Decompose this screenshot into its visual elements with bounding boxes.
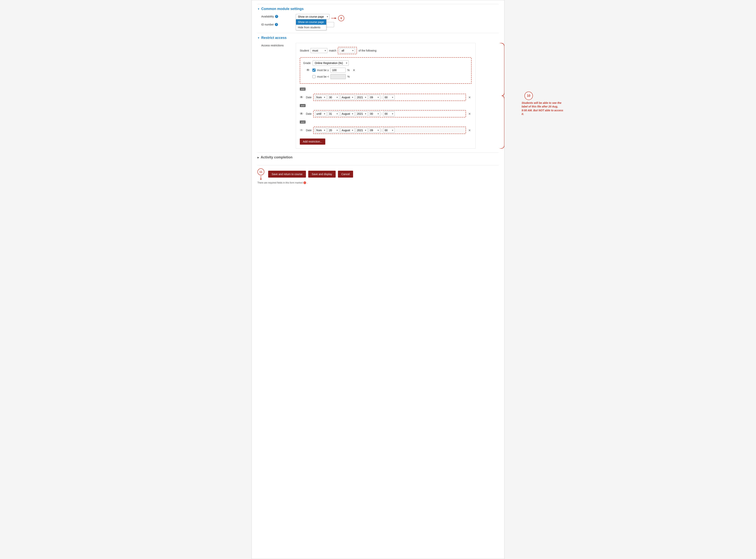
date3-min-select[interactable]: 00: [383, 128, 395, 133]
date1-from-select-wrapper[interactable]: from until: [315, 95, 327, 100]
date3-day-select[interactable]: 20: [328, 128, 339, 133]
availability-select-wrapper[interactable]: Show on course page Hide from students: [296, 14, 329, 19]
date2-day-select[interactable]: 31: [328, 111, 339, 116]
option-hide-from-students[interactable]: Hide from students: [296, 25, 326, 30]
availability-help-icon[interactable]: ?: [275, 15, 278, 18]
student-must-row: Student must must not match: [300, 47, 472, 54]
all-select[interactable]: all any: [340, 48, 355, 53]
date1-dashed: from until 30: [313, 94, 466, 101]
badge-9-wrapper: 9: [331, 15, 344, 21]
access-restrictions-label: Access restrictions: [261, 43, 296, 47]
must-select[interactable]: must must not: [310, 48, 327, 53]
section-restrict-access: ▼ Restrict access Access restrictions St…: [257, 33, 499, 149]
grade-lt-checkbox[interactable]: [312, 75, 316, 78]
must-select-wrapper[interactable]: must must not: [310, 48, 327, 53]
date2-hour-select[interactable]: 00: [369, 111, 380, 116]
save-display-button[interactable]: Save and display: [308, 171, 336, 178]
date1-min-select[interactable]: 00: [383, 95, 395, 100]
date3-month-select-wrapper[interactable]: August: [341, 128, 354, 133]
option-show-on-course[interactable]: Show on course page: [296, 19, 326, 25]
add-restriction-button[interactable]: Add restriction...: [300, 138, 325, 144]
availability-select[interactable]: Show on course page Hide from students: [296, 14, 329, 19]
student-label: Student: [300, 49, 309, 52]
eye-icon-date1[interactable]: 👁: [300, 95, 304, 99]
date3-min-select-wrapper[interactable]: 00: [383, 128, 395, 133]
date1-month-select[interactable]: August: [341, 95, 354, 100]
date3-from-select[interactable]: from until: [315, 128, 327, 133]
and-label-3: and: [300, 120, 305, 124]
date3-dashed: from until 20: [313, 127, 466, 134]
restrictions-container: Student must must not match: [296, 43, 499, 149]
date1-day-select[interactable]: 30: [328, 95, 339, 100]
of-following-label: of the following: [359, 49, 376, 52]
section-common-module: ▼ Common module settings Availability ? …: [257, 4, 499, 27]
brace-svg: [499, 43, 504, 149]
activity-completion-header[interactable]: ▶ Activity completion: [257, 155, 499, 159]
grade-gte-remove-button[interactable]: ✕: [352, 68, 356, 72]
id-number-help-icon[interactable]: ?: [275, 23, 278, 26]
date1-min-select-wrapper[interactable]: 00: [383, 95, 395, 100]
date2-remove-button[interactable]: ✕: [468, 112, 472, 116]
date3-day-select-wrapper[interactable]: 20: [328, 128, 339, 133]
date2-month-select[interactable]: August: [341, 111, 354, 116]
grade-gte-checkbox[interactable]: [312, 69, 316, 72]
date1-hour-select-wrapper[interactable]: 09: [369, 95, 380, 100]
eye-icon-date3-hidden[interactable]: 👁⁻: [300, 128, 304, 132]
common-module-header[interactable]: ▼ Common module settings: [257, 7, 499, 11]
date1-month-select-wrapper[interactable]: August: [341, 95, 354, 100]
date3-month-select[interactable]: August: [341, 128, 354, 133]
grade-row: Grade Online Registration (9x) Course Gr…: [303, 60, 468, 66]
date2-hour-select-wrapper[interactable]: 00: [369, 111, 380, 116]
availability-dropdown[interactable]: Show on course page Hide from students: [296, 19, 326, 30]
badge-11-arrow-icon: [261, 176, 261, 180]
date3-row: 👁⁻ Date from until: [300, 127, 472, 134]
grade-gte-label: must be ≥: [317, 69, 329, 72]
date2-from-select-wrapper[interactable]: from until: [315, 111, 327, 116]
date1-hour-select[interactable]: 09: [369, 95, 380, 100]
date2-month-select-wrapper[interactable]: August: [341, 111, 354, 116]
date2-year-select-wrapper[interactable]: 2021: [356, 111, 368, 116]
date3-year-select-wrapper[interactable]: 2021: [356, 128, 368, 133]
date2-colon: :: [382, 112, 382, 115]
date1-year-select[interactable]: 2021: [356, 95, 368, 100]
restrictions-box: Student must must not match: [296, 43, 476, 149]
date1-day-select-wrapper[interactable]: 30: [328, 95, 339, 100]
date2-min-select-wrapper[interactable]: 00: [383, 111, 395, 116]
date2-from-select[interactable]: from until: [315, 111, 327, 116]
date1-colon: :: [382, 96, 382, 99]
save-return-button[interactable]: Save and return to course: [268, 171, 306, 178]
bottom-bar: 11 Save and return to course Save and di…: [257, 165, 499, 180]
required-note-text: There are required fields in this form m…: [257, 181, 303, 184]
date3-year-select[interactable]: 2021: [356, 128, 368, 133]
date3-from-select-wrapper[interactable]: from until: [315, 128, 327, 133]
eye-icon-date2[interactable]: 👁: [300, 112, 304, 116]
access-restrictions-area: Access restrictions Student must must no…: [257, 43, 499, 149]
date3-remove-button[interactable]: ✕: [468, 129, 472, 132]
date2-day-select-wrapper[interactable]: 31: [328, 111, 339, 116]
date1-remove-button[interactable]: ✕: [468, 96, 472, 99]
date3-hour-select[interactable]: 09: [369, 128, 380, 133]
badge-9: 9: [338, 15, 344, 21]
and-separator-3: and: [300, 119, 472, 125]
eye-icon-gte[interactable]: 👁: [306, 68, 311, 72]
grade-course-select-wrapper[interactable]: Online Registration (9x) Course Grade: [312, 60, 349, 66]
date2-year-select[interactable]: 2021: [356, 111, 368, 116]
date1-year-select-wrapper[interactable]: 2021: [356, 95, 368, 100]
badge-10: 10: [524, 92, 533, 100]
annotation-text: Students will be able to see the label o…: [522, 101, 564, 116]
date3-hour-select-wrapper[interactable]: 09: [369, 128, 380, 133]
date2-row: 👁 Date from until: [300, 110, 472, 117]
required-icon: !: [303, 181, 306, 184]
grade-gte-percent: %: [347, 69, 349, 72]
date3-colon: :: [382, 129, 382, 132]
cancel-button[interactable]: Cancel: [338, 171, 353, 178]
grade-gte-input[interactable]: [330, 68, 346, 73]
all-select-wrapper[interactable]: all any: [340, 48, 355, 53]
grade-label: Grade: [303, 62, 311, 65]
date2-min-select[interactable]: 00: [383, 111, 395, 116]
grade-course-select[interactable]: Online Registration (9x) Course Grade: [312, 60, 349, 66]
restrict-access-header[interactable]: ▼ Restrict access: [257, 36, 499, 40]
grade-lt-input[interactable]: [330, 74, 346, 79]
date1-from-select[interactable]: from until: [315, 95, 327, 100]
common-module-title: Common module settings: [261, 7, 304, 11]
